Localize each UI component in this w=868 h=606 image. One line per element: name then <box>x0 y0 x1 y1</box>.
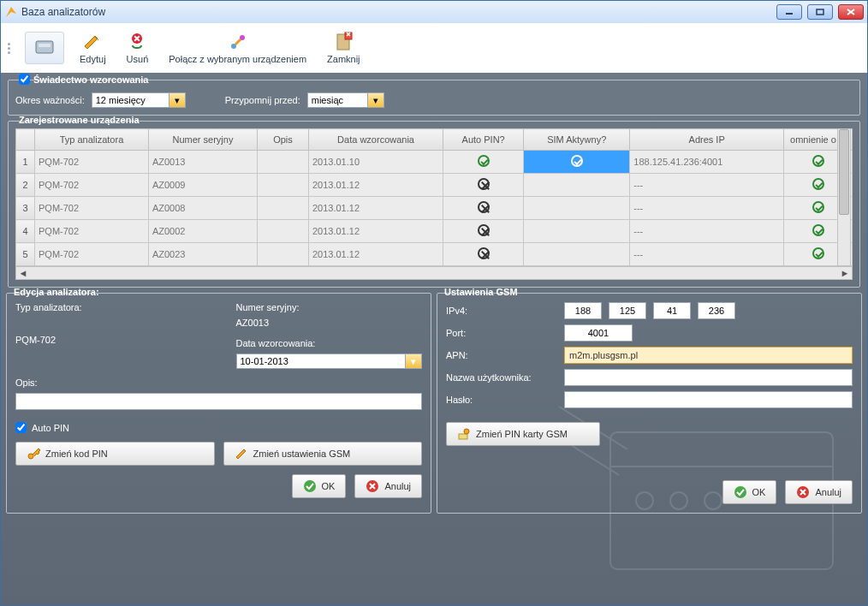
desc-input[interactable] <box>15 393 422 410</box>
editor-cancel-button[interactable]: Anuluj <box>354 474 422 498</box>
caldate-value[interactable] <box>236 354 406 369</box>
dropdown-icon[interactable]: ▾ <box>405 354 422 369</box>
serial-value: AZ0013 <box>236 318 423 328</box>
validity-label: Okres ważności: <box>15 95 85 105</box>
close-tool-button[interactable]: Zamknij <box>322 30 366 66</box>
toolbar: Edytuj Usuń Połącz z wybranym urządzenie… <box>1 23 867 73</box>
apn-input[interactable] <box>564 347 853 364</box>
autopin-label: Auto PIN <box>32 423 69 433</box>
validity-value[interactable] <box>92 92 169 108</box>
table-row[interactable]: 2PQM-702AZ00092013.01.12--- <box>16 174 853 197</box>
table-row[interactable]: 1PQM-702AZ00132013.01.10188.125.41.236:4… <box>16 151 853 174</box>
app-window: Baza analizatorów Edytuj Usuń Połącz z w… <box>0 0 868 606</box>
pass-input[interactable] <box>564 391 853 408</box>
cancel-icon <box>366 479 379 493</box>
caldate-combo[interactable]: ▾ <box>236 354 423 369</box>
svg-rect-2 <box>817 9 823 15</box>
ok-icon <box>734 485 747 499</box>
certificate-checkbox[interactable] <box>19 74 30 85</box>
ip-d[interactable] <box>698 302 735 319</box>
gsm-ok-button[interactable]: OK <box>722 480 777 504</box>
autopin-checkbox[interactable] <box>15 422 27 433</box>
remind-value[interactable] <box>307 92 367 108</box>
change-sim-pin-button[interactable]: Zmień PIN karty GSM <box>446 422 600 446</box>
horizontal-scrollbar[interactable]: ◄► <box>15 266 853 280</box>
col-simactive[interactable]: SIM Aktywny? <box>524 129 630 151</box>
minimize-button[interactable] <box>776 4 802 20</box>
gsm-panel: Ustawienia GSM IPv4: Port: APN: <box>437 293 862 514</box>
svg-point-20 <box>304 480 316 492</box>
validity-combo[interactable]: ▾ <box>92 92 186 108</box>
serial-label: Numer seryjny: <box>236 302 423 312</box>
cancel-icon <box>796 485 810 499</box>
certificate-legend: Świadectwo wzorcowania <box>33 74 148 85</box>
table-row[interactable]: 3PQM-702AZ00082013.01.12--- <box>16 197 853 220</box>
close-button[interactable] <box>838 4 864 20</box>
apn-label: APN: <box>446 350 557 360</box>
col-type[interactable]: Typ analizatora <box>35 129 149 151</box>
connect-button[interactable]: Połącz z wybranym urządzeniem <box>163 30 312 66</box>
editor-panel: Edycja analizatora: Typ analizatora: PQM… <box>6 293 431 514</box>
editor-ok-button[interactable]: OK <box>292 474 347 498</box>
svg-point-9 <box>240 35 245 40</box>
remind-label: Przypomnij przed: <box>225 95 300 105</box>
maximize-button[interactable] <box>807 4 833 20</box>
svg-point-23 <box>464 429 469 434</box>
dropdown-icon[interactable]: ▾ <box>169 92 186 108</box>
change-gsm-button[interactable]: Zmień ustawienia GSM <box>223 442 423 466</box>
editor-legend: Edycja analizatora: <box>14 287 99 297</box>
title-bar: Baza analizatorów <box>1 1 867 23</box>
col-caldate[interactable]: Data wzorcowania <box>308 129 443 151</box>
caldate-label: Data wzorcowania: <box>236 338 423 348</box>
toolbar-grip[interactable] <box>8 31 15 65</box>
col-autopin[interactable]: Auto PIN? <box>443 129 524 151</box>
remind-combo[interactable]: ▾ <box>307 92 384 108</box>
col-desc[interactable]: Opis <box>257 129 308 151</box>
delete-button[interactable]: Usuń <box>122 30 154 66</box>
ip-c[interactable] <box>653 302 691 319</box>
ip-a[interactable] <box>564 302 602 319</box>
user-input[interactable] <box>564 369 853 386</box>
svg-rect-6 <box>39 44 51 47</box>
certificate-group: Świadectwo wzorcowania Okres ważności: ▾… <box>8 80 860 116</box>
app-icon <box>4 5 18 19</box>
toolbar-device-icon[interactable] <box>25 32 64 64</box>
devices-group: Zarejestrowane urządzenia Typ analizator… <box>8 121 860 288</box>
gsm-cancel-button[interactable]: Anuluj <box>785 480 853 504</box>
type-value: PQM-702 <box>15 335 202 345</box>
col-serial[interactable]: Numer seryjny <box>148 129 257 151</box>
key-icon <box>27 447 40 460</box>
table-row[interactable]: 4PQM-702AZ00022013.01.12--- <box>16 220 853 243</box>
dropdown-icon[interactable]: ▾ <box>367 92 384 108</box>
window-title: Baza analizatorów <box>21 6 776 18</box>
col-ip[interactable]: Adres IP <box>630 129 784 151</box>
devices-legend: Zarejestrowane urządzenia <box>15 115 143 125</box>
user-label: Nazwa użytkownika: <box>446 372 557 383</box>
svg-point-8 <box>231 44 236 49</box>
vertical-scrollbar[interactable] <box>837 128 851 266</box>
table-row[interactable]: 5PQM-702AZ00232013.01.12--- <box>16 243 853 266</box>
change-pin-button[interactable]: Zmień kod PIN <box>15 442 215 466</box>
ipv4-label: IPv4: <box>446 306 557 316</box>
type-label: Typ analizatora: <box>15 302 202 312</box>
port-input[interactable] <box>564 324 633 342</box>
pass-label: Hasło: <box>446 395 557 405</box>
svg-marker-0 <box>6 7 16 17</box>
devices-table: Typ analizatora Numer seryjny Opis Data … <box>15 128 853 266</box>
gsm-legend: Ustawienia GSM <box>444 287 518 297</box>
svg-rect-22 <box>459 434 467 439</box>
edit-button[interactable]: Edytuj <box>74 30 111 66</box>
sim-icon <box>457 427 471 441</box>
ip-b[interactable] <box>609 302 646 319</box>
svg-point-24 <box>734 486 746 498</box>
ok-icon <box>303 479 317 493</box>
body: Świadectwo wzorcowania Okres ważności: ▾… <box>1 73 867 605</box>
desc-label: Opis: <box>15 377 422 388</box>
pencil-icon <box>235 447 248 460</box>
port-label: Port: <box>446 328 557 338</box>
